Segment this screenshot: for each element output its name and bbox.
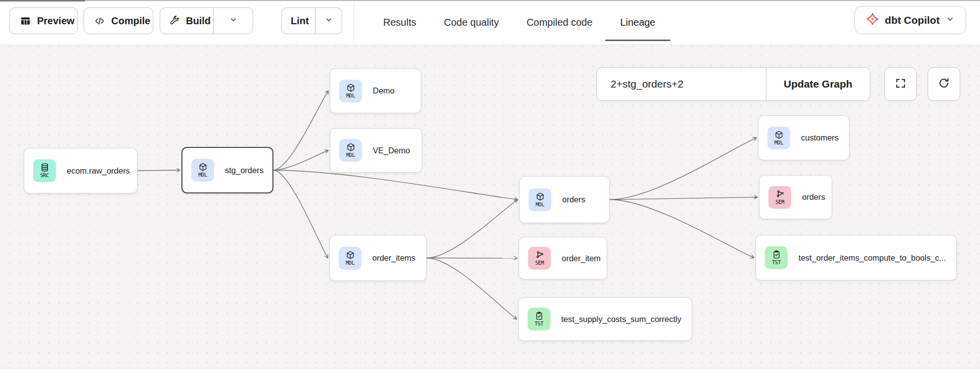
wrench-icon [169, 15, 180, 26]
lineage-edge-orders_model-to-test_order_items [610, 200, 754, 258]
lineage-node-order_items[interactable]: MDLorder_items [329, 235, 427, 281]
lint-dropdown-button[interactable] [315, 8, 342, 34]
tab-results[interactable]: Results [383, 0, 416, 45]
node-type-code: MDL [198, 172, 207, 178]
lineage-edge-order_items-to-order_item_sem [427, 258, 517, 259]
build-dropdown-button[interactable] [213, 8, 253, 34]
top-divider-dark-segment [0, 0, 85, 1]
node-type-code: MDL [774, 139, 783, 146]
dbt-copilot-button[interactable]: dbt Copilot [854, 6, 966, 34]
code-icon [94, 15, 105, 27]
preview-button[interactable]: Preview [9, 7, 78, 34]
semantic-graph-icon: SEM [528, 247, 551, 270]
node-label: test_supply_costs_sum_correctly [561, 315, 681, 324]
model-cube-icon: MDL [339, 80, 362, 102]
dbt-copilot-label: dbt Copilot [885, 14, 940, 26]
refresh-icon [937, 77, 950, 92]
node-label: orders [802, 192, 825, 202]
tab-code-quality[interactable]: Code quality [444, 0, 499, 45]
lineage-edge-stg_orders-to-order_items [273, 170, 328, 258]
lineage-node-demo[interactable]: MDLDemo [330, 68, 421, 113]
node-type-code: SRC [40, 172, 48, 179]
refresh-button[interactable] [928, 67, 960, 101]
lineage-node-test_supply[interactable]: TSTtest_supply_costs_sum_correctly [518, 297, 692, 341]
node-type-code: SEM [535, 260, 543, 266]
toolbar: Preview Compile Build Lint [0, 0, 980, 45]
lineage-node-test_order_items[interactable]: TSTtest_order_items_compute_to_bools_c..… [756, 235, 957, 280]
dbt-copilot-logo-icon [866, 12, 879, 28]
lineage-edge-orders_model-to-customers [610, 138, 757, 200]
node-label: Demo [373, 86, 395, 95]
node-label: customers [801, 133, 839, 142]
build-button[interactable]: Build [160, 8, 213, 34]
node-type-code: MDL [346, 260, 354, 266]
node-label: order_items [372, 253, 415, 263]
lineage-edge-stg_orders-to-demo [273, 91, 328, 171]
tab-compiled-code[interactable]: Compiled code [527, 0, 592, 45]
database-icon: SRC [33, 159, 56, 182]
node-label: stg_orders [225, 166, 264, 175]
node-type-code: SEM [775, 199, 784, 205]
build-label: Build [186, 15, 211, 27]
table-icon [20, 15, 31, 27]
node-type-code: TST [535, 321, 543, 327]
node-label: order_item [562, 254, 601, 263]
model-cube-icon: MDL [339, 139, 362, 162]
chevron-down-icon [324, 15, 333, 26]
chevron-down-icon [945, 14, 955, 26]
model-cube-icon: MDL [191, 159, 214, 182]
compile-label: Compile [111, 15, 150, 27]
dbt-ide-window: Preview Compile Build Lint [0, 0, 980, 370]
fullscreen-button[interactable] [884, 67, 917, 101]
tab-lineage[interactable]: Lineage [620, 0, 655, 45]
lineage-node-orders_model[interactable]: MDLorders [519, 176, 610, 223]
test-clipboard-icon: TST [528, 308, 550, 330]
chevron-down-icon [229, 15, 238, 26]
model-cube-icon: MDL [529, 188, 551, 211]
node-label: VE_Demo [373, 146, 410, 155]
node-label: orders [562, 195, 585, 204]
model-cube-icon: MDL [767, 127, 790, 149]
semantic-graph-icon: SEM [768, 186, 791, 209]
test-clipboard-icon: TST [765, 246, 788, 269]
lineage-node-order_item_sem[interactable]: SEMorder_item [519, 237, 607, 279]
lineage-canvas[interactable]: SRCecom.raw_ordersMDLstg_ordersMDLDemoMD… [0, 45, 980, 369]
lineage-node-raw_orders[interactable]: SRCecom.raw_orders [24, 148, 137, 193]
result-tabs: Results Code quality Compiled code Linea… [383, 0, 656, 45]
lineage-selector-input[interactable]: 2+stg_orders+2 [597, 68, 766, 100]
compile-button[interactable]: Compile [84, 7, 153, 34]
node-type-code: MDL [535, 201, 544, 208]
lineage-node-orders_sem[interactable]: SEMorders [759, 175, 832, 219]
lineage-node-customers[interactable]: MDLcustomers [758, 115, 849, 160]
preview-label: Preview [37, 15, 75, 27]
model-cube-icon: MDL [339, 247, 361, 270]
lint-button[interactable]: Lint [282, 8, 315, 34]
fullscreen-icon [894, 77, 907, 92]
node-label: test_order_items_compute_to_bools_c... [799, 253, 946, 263]
lineage-edge-raw_orders-to-stg_orders [137, 170, 180, 171]
lineage-edge-order_items-to-orders_model [427, 200, 518, 258]
toolbar-divider [354, 3, 354, 42]
node-type-code: MDL [346, 92, 355, 99]
lint-button-group: Lint [281, 7, 342, 34]
lineage-node-stg_orders[interactable]: MDLstg_orders [181, 147, 273, 193]
build-button-group: Build [160, 7, 253, 34]
lineage-edge-orders_model-to-orders_sem [610, 197, 757, 200]
node-type-code: MDL [346, 152, 355, 158]
lineage-edge-order_items-to-test_supply [427, 258, 517, 320]
lint-label: Lint [291, 15, 309, 27]
node-label: ecom.raw_orders [67, 166, 130, 176]
update-graph-button[interactable]: Update Graph [766, 68, 870, 100]
lineage-edge-stg_orders-to-orders_model [273, 170, 518, 200]
lineage-edge-stg_orders-to-ve_demo [273, 150, 328, 170]
lineage-node-ve_demo[interactable]: MDLVE_Demo [330, 128, 422, 173]
node-type-code: TST [772, 259, 780, 266]
lineage-selector-group: 2+stg_orders+2 Update Graph [596, 67, 870, 101]
